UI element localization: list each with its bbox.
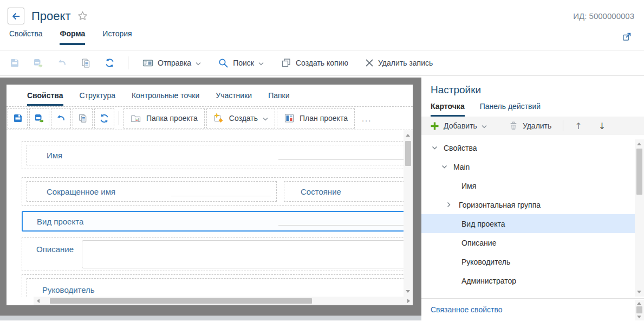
scrollbar-thumb[interactable]	[636, 306, 642, 313]
back-button[interactable]	[8, 8, 24, 24]
tree-item-name[interactable]: Имя	[421, 176, 635, 195]
chevron-expanded-icon[interactable]	[432, 146, 439, 150]
send-icon	[142, 58, 153, 68]
frame-bottom-strip	[0, 316, 421, 320]
save-and-new-icon[interactable]	[32, 57, 44, 69]
project-plan-button[interactable]: План проекта	[277, 108, 355, 129]
form-preview-card: Свойства Структура Контрольные точки Уча…	[6, 85, 413, 305]
tree-item-project-kind[interactable]: Вид проекта	[421, 214, 635, 233]
arrow-left-icon	[11, 11, 21, 21]
more-actions-button[interactable]: ...	[356, 114, 378, 123]
tree-vertical-scrollbar[interactable]	[635, 139, 644, 297]
chevron-collapsed-icon[interactable]	[447, 202, 454, 208]
preview-tab-participants[interactable]: Участники	[216, 91, 252, 106]
scroll-up-arrow[interactable]	[406, 134, 410, 137]
copy-icon[interactable]	[80, 57, 92, 69]
field-group: Имя	[22, 141, 404, 169]
section-divider	[421, 298, 644, 299]
input-underline	[278, 225, 404, 226]
card-header: Проект ИД: 5000000003 Свойства Форма Ист…	[0, 0, 644, 50]
settings-panel: Настройки Карточка Панель действий Добав…	[421, 76, 644, 320]
preview-tab-properties[interactable]: Свойства	[27, 91, 63, 106]
preview-tab-structure[interactable]: Структура	[80, 91, 115, 106]
scroll-up-arrow[interactable]	[637, 302, 641, 305]
preview-undo-button[interactable]	[51, 108, 71, 129]
tree-item-properties[interactable]: Свойства	[421, 138, 635, 157]
undo-icon[interactable]	[56, 57, 68, 69]
scroll-down-arrow[interactable]	[406, 290, 410, 293]
properties-tree: Свойства Main Имя Горизонтальная группа …	[421, 138, 635, 290]
chevron-down-icon	[258, 62, 264, 66]
create-copy-button[interactable]: Создать копию	[281, 57, 348, 68]
search-button[interactable]: Поиск	[218, 57, 264, 68]
scroll-down-arrow[interactable]	[637, 316, 641, 318]
refresh-icon	[99, 113, 110, 124]
input-underline	[171, 196, 271, 196]
favorite-star-icon[interactable]	[77, 10, 88, 22]
chevron-down-icon	[196, 62, 201, 66]
related-section-scrollbar[interactable]	[635, 300, 644, 320]
save-icon[interactable]	[9, 57, 20, 69]
field-project-kind-selected[interactable]: Вид проекта	[22, 211, 404, 232]
related-property-link[interactable]: Связанное свойство	[431, 305, 502, 314]
tree-item-manager[interactable]: Руководитель	[421, 252, 635, 271]
delete-button[interactable]: Удалить	[509, 121, 551, 131]
save-icon	[12, 113, 23, 124]
scroll-down-arrow[interactable]	[637, 291, 641, 293]
project-folder-button[interactable]: Папка проекта	[123, 108, 205, 129]
scroll-left-arrow[interactable]	[34, 297, 42, 305]
open-in-new-window-icon[interactable]	[622, 31, 632, 42]
scrollbar-thumb[interactable]	[636, 149, 642, 195]
header-tabs: Свойства Форма История	[0, 29, 644, 45]
chevron-down-icon	[263, 117, 268, 121]
field-manager[interactable]: Руководитель	[27, 278, 404, 297]
preview-tab-control-points[interactable]: Контрольные точки	[132, 91, 199, 106]
tab-form[interactable]: Форма	[60, 29, 85, 45]
plus-icon	[430, 121, 439, 131]
send-button[interactable]: Отправка	[142, 58, 201, 68]
toolbar-divider	[563, 120, 563, 131]
duplicate-icon	[281, 57, 291, 68]
tree-item-description[interactable]: Описание	[421, 233, 635, 252]
form-horizontal-scrollbar[interactable]	[34, 297, 413, 305]
tab-history[interactable]: История	[102, 29, 132, 45]
scrollbar-track[interactable]	[42, 297, 404, 305]
field-short-name[interactable]: Сокращенное имя	[27, 181, 277, 202]
preview-tab-folders[interactable]: Папки	[268, 91, 289, 106]
settings-tab-card[interactable]: Карточка	[431, 102, 465, 117]
preview-form-fields: Имя Сокращенное имя Состояние	[6, 130, 404, 297]
tab-properties[interactable]: Свойства	[9, 29, 42, 45]
create-button[interactable]: Создать	[206, 108, 275, 129]
field-description[interactable]: Описание	[22, 237, 404, 271]
settings-title: Настройки	[421, 76, 644, 96]
delete-record-button[interactable]: Удалить запись	[365, 59, 433, 67]
tree-item-administrator[interactable]: Администратор	[421, 271, 635, 290]
settings-tab-action-panel[interactable]: Панель действий	[480, 102, 541, 117]
preview-tabs: Свойства Структура Контрольные точки Уча…	[6, 85, 413, 106]
input-underline	[278, 159, 404, 160]
textarea-box	[82, 240, 404, 268]
field-state[interactable]: Состояние	[284, 181, 404, 202]
preview-save-button[interactable]	[8, 108, 28, 129]
save-and-new-icon	[34, 113, 45, 124]
preview-save-and-new-button[interactable]	[29, 108, 49, 129]
field-name[interactable]: Имя	[27, 145, 404, 165]
chevron-down-icon	[482, 125, 487, 129]
move-down-button[interactable]: ↓	[599, 121, 606, 131]
tree-item-horizontal-group[interactable]: Горизонтальная группа	[421, 195, 635, 214]
scroll-right-arrow[interactable]	[404, 297, 413, 305]
scrollbar-thumb[interactable]	[405, 141, 411, 166]
scroll-up-arrow[interactable]	[637, 143, 641, 145]
chevron-expanded-icon[interactable]	[441, 165, 449, 169]
preview-copy-button[interactable]	[73, 108, 93, 129]
move-up-button[interactable]: ↑	[575, 121, 582, 131]
record-id: ИД: 5000000003	[573, 11, 634, 21]
tree-item-main[interactable]: Main	[421, 157, 635, 176]
form-designer-frame: Свойства Структура Контрольные точки Уча…	[0, 78, 421, 316]
scrollbar-thumb[interactable]	[50, 298, 312, 304]
folder-icon	[131, 113, 141, 124]
form-vertical-scrollbar[interactable]	[404, 130, 413, 297]
refresh-icon[interactable]	[104, 57, 115, 69]
preview-refresh-button[interactable]	[94, 108, 114, 129]
add-button[interactable]: Добавить	[430, 121, 487, 131]
